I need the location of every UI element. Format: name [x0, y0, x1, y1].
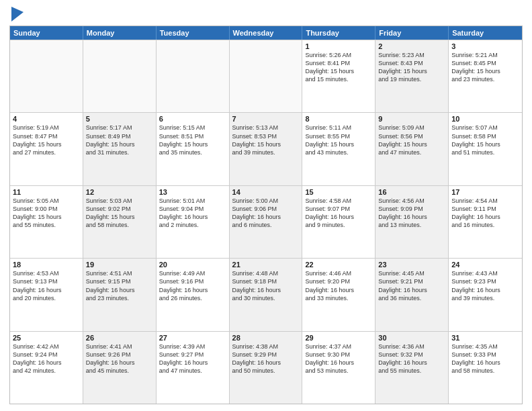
cell-details: Sunrise: 5:26 AM Sunset: 8:41 PM Dayligh…: [305, 51, 372, 84]
day-number: 27: [159, 334, 226, 342]
calendar-cell-7: 7Sunrise: 5:13 AM Sunset: 8:53 PM Daylig…: [230, 113, 303, 185]
calendar-cell-28: 28Sunrise: 4:38 AM Sunset: 9:29 PM Dayli…: [230, 332, 303, 404]
header-cell-sunday: Sunday: [10, 26, 83, 40]
cell-details: Sunrise: 5:19 AM Sunset: 8:47 PM Dayligh…: [13, 124, 80, 156]
day-number: 26: [86, 334, 153, 342]
header-cell-thursday: Thursday: [302, 26, 375, 40]
calendar-cell-empty-0-1: [83, 40, 157, 112]
cell-details: Sunrise: 4:39 AM Sunset: 9:27 PM Dayligh…: [159, 342, 226, 375]
calendar-cell-2: 2Sunrise: 5:23 AM Sunset: 8:43 PM Daylig…: [375, 40, 449, 112]
day-number: 9: [378, 115, 445, 123]
cell-details: Sunrise: 5:17 AM Sunset: 8:49 PM Dayligh…: [86, 124, 153, 156]
day-number: 15: [305, 188, 372, 196]
calendar-row-2: 4Sunrise: 5:19 AM Sunset: 8:47 PM Daylig…: [10, 112, 522, 185]
day-number: 7: [232, 115, 300, 123]
calendar-cell-16: 16Sunrise: 4:56 AM Sunset: 9:09 PM Dayli…: [375, 186, 449, 258]
calendar-body: 1Sunrise: 5:26 AM Sunset: 8:41 PM Daylig…: [10, 40, 522, 404]
calendar-cell-empty-0-0: [10, 40, 83, 112]
cell-details: Sunrise: 5:07 AM Sunset: 8:58 PM Dayligh…: [451, 124, 519, 156]
calendar-cell-13: 13Sunrise: 5:01 AM Sunset: 9:04 PM Dayli…: [157, 186, 230, 258]
calendar-cell-20: 20Sunrise: 4:49 AM Sunset: 9:16 PM Dayli…: [157, 259, 230, 330]
calendar-cell-3: 3Sunrise: 5:21 AM Sunset: 8:45 PM Daylig…: [449, 40, 522, 112]
calendar-cell-4: 4Sunrise: 5:19 AM Sunset: 8:47 PM Daylig…: [10, 113, 83, 185]
calendar-cell-1: 1Sunrise: 5:26 AM Sunset: 8:41 PM Daylig…: [302, 40, 375, 112]
cell-details: Sunrise: 5:11 AM Sunset: 8:55 PM Dayligh…: [305, 124, 372, 156]
day-number: 25: [13, 334, 80, 342]
header-cell-tuesday: Tuesday: [157, 26, 230, 40]
day-number: 29: [305, 334, 372, 342]
day-number: 3: [451, 42, 519, 50]
day-number: 28: [232, 334, 300, 342]
calendar-header: SundayMondayTuesdayWednesdayThursdayFrid…: [10, 26, 522, 40]
calendar-cell-empty-0-3: [230, 40, 303, 112]
header-cell-wednesday: Wednesday: [230, 26, 303, 40]
day-number: 18: [13, 261, 80, 269]
calendar-cell-14: 14Sunrise: 5:00 AM Sunset: 9:06 PM Dayli…: [230, 186, 303, 258]
calendar-cell-18: 18Sunrise: 4:53 AM Sunset: 9:13 PM Dayli…: [10, 259, 83, 330]
day-number: 12: [86, 188, 153, 196]
day-number: 2: [378, 42, 445, 50]
day-number: 13: [159, 188, 226, 196]
cell-details: Sunrise: 5:23 AM Sunset: 8:43 PM Dayligh…: [378, 51, 445, 84]
calendar-row-4: 18Sunrise: 4:53 AM Sunset: 9:13 PM Dayli…: [10, 258, 522, 330]
cell-details: Sunrise: 4:37 AM Sunset: 9:30 PM Dayligh…: [305, 342, 372, 375]
calendar-cell-12: 12Sunrise: 5:03 AM Sunset: 9:02 PM Dayli…: [83, 186, 157, 258]
day-number: 17: [451, 188, 519, 196]
calendar-cell-24: 24Sunrise: 4:43 AM Sunset: 9:23 PM Dayli…: [449, 259, 522, 330]
day-number: 22: [305, 261, 372, 269]
calendar-cell-29: 29Sunrise: 4:37 AM Sunset: 9:30 PM Dayli…: [302, 332, 375, 404]
cell-details: Sunrise: 4:54 AM Sunset: 9:11 PM Dayligh…: [451, 197, 519, 230]
header-cell-saturday: Saturday: [449, 26, 522, 40]
cell-details: Sunrise: 4:43 AM Sunset: 9:23 PM Dayligh…: [451, 269, 519, 302]
cell-details: Sunrise: 5:01 AM Sunset: 9:04 PM Dayligh…: [159, 197, 226, 230]
calendar-cell-9: 9Sunrise: 5:09 AM Sunset: 8:56 PM Daylig…: [375, 113, 449, 185]
day-number: 8: [305, 115, 372, 123]
calendar-cell-empty-0-2: [157, 40, 230, 112]
day-number: 24: [451, 261, 519, 269]
cell-details: Sunrise: 5:13 AM Sunset: 8:53 PM Dayligh…: [232, 124, 300, 156]
day-number: 14: [232, 188, 300, 196]
calendar-cell-23: 23Sunrise: 4:45 AM Sunset: 9:21 PM Dayli…: [375, 259, 449, 330]
cell-details: Sunrise: 4:48 AM Sunset: 9:18 PM Dayligh…: [232, 269, 300, 302]
cell-details: Sunrise: 4:36 AM Sunset: 9:32 PM Dayligh…: [378, 342, 445, 375]
calendar-cell-31: 31Sunrise: 4:35 AM Sunset: 9:33 PM Dayli…: [449, 332, 522, 404]
day-number: 30: [378, 334, 445, 342]
day-number: 1: [305, 42, 372, 50]
calendar-cell-19: 19Sunrise: 4:51 AM Sunset: 9:15 PM Dayli…: [83, 259, 157, 330]
day-number: 6: [159, 115, 226, 123]
cell-details: Sunrise: 4:51 AM Sunset: 9:15 PM Dayligh…: [86, 269, 153, 302]
calendar-cell-26: 26Sunrise: 4:41 AM Sunset: 9:26 PM Dayli…: [83, 332, 157, 404]
day-number: 31: [451, 334, 519, 342]
cell-details: Sunrise: 5:00 AM Sunset: 9:06 PM Dayligh…: [232, 197, 300, 230]
cell-details: Sunrise: 4:45 AM Sunset: 9:21 PM Dayligh…: [378, 269, 445, 302]
cell-details: Sunrise: 4:38 AM Sunset: 9:29 PM Dayligh…: [232, 342, 300, 375]
page: SundayMondayTuesdayWednesdayThursdayFrid…: [0, 0, 532, 411]
logo: [9, 7, 24, 21]
day-number: 23: [378, 261, 445, 269]
calendar-cell-6: 6Sunrise: 5:15 AM Sunset: 8:51 PM Daylig…: [157, 113, 230, 185]
cell-details: Sunrise: 4:53 AM Sunset: 9:13 PM Dayligh…: [13, 269, 80, 302]
calendar-cell-11: 11Sunrise: 5:05 AM Sunset: 9:00 PM Dayli…: [10, 186, 83, 258]
day-number: 19: [86, 261, 153, 269]
calendar-cell-17: 17Sunrise: 4:54 AM Sunset: 9:11 PM Dayli…: [449, 186, 522, 258]
day-number: 4: [13, 115, 80, 123]
svg-marker-0: [11, 7, 24, 21]
calendar-row-1: 1Sunrise: 5:26 AM Sunset: 8:41 PM Daylig…: [10, 40, 522, 112]
calendar-cell-8: 8Sunrise: 5:11 AM Sunset: 8:55 PM Daylig…: [302, 113, 375, 185]
calendar-cell-15: 15Sunrise: 4:58 AM Sunset: 9:07 PM Dayli…: [302, 186, 375, 258]
header-cell-monday: Monday: [83, 26, 157, 40]
calendar-cell-30: 30Sunrise: 4:36 AM Sunset: 9:32 PM Dayli…: [375, 332, 449, 404]
cell-details: Sunrise: 4:49 AM Sunset: 9:16 PM Dayligh…: [159, 269, 226, 302]
calendar-row-3: 11Sunrise: 5:05 AM Sunset: 9:00 PM Dayli…: [10, 185, 522, 258]
day-number: 20: [159, 261, 226, 269]
calendar-row-5: 25Sunrise: 4:42 AM Sunset: 9:24 PM Dayli…: [10, 331, 522, 404]
day-number: 10: [451, 115, 519, 123]
cell-details: Sunrise: 5:03 AM Sunset: 9:02 PM Dayligh…: [86, 197, 153, 230]
calendar-cell-10: 10Sunrise: 5:07 AM Sunset: 8:58 PM Dayli…: [449, 113, 522, 185]
header: [9, 7, 523, 21]
day-number: 11: [13, 188, 80, 196]
calendar-cell-5: 5Sunrise: 5:17 AM Sunset: 8:49 PM Daylig…: [83, 113, 157, 185]
cell-details: Sunrise: 4:58 AM Sunset: 9:07 PM Dayligh…: [305, 197, 372, 230]
day-number: 21: [232, 261, 300, 269]
calendar: SundayMondayTuesdayWednesdayThursdayFrid…: [9, 26, 523, 404]
